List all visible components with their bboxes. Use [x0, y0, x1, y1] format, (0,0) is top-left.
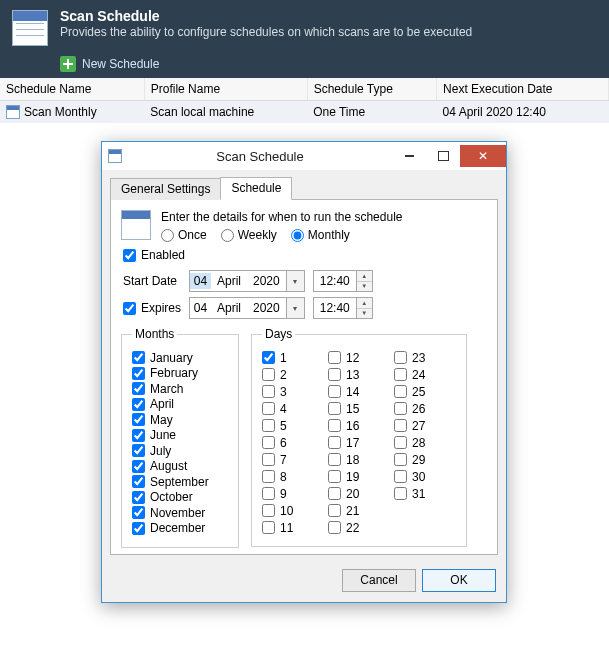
day-checkbox[interactable] — [394, 368, 407, 381]
day-checkbox[interactable] — [328, 487, 341, 500]
expires-checkbox[interactable] — [123, 302, 136, 315]
day-1[interactable]: 1 — [262, 349, 324, 366]
day-checkbox[interactable] — [262, 368, 275, 381]
day-8[interactable]: 8 — [262, 468, 324, 485]
day-2[interactable]: 2 — [262, 366, 324, 383]
day-25[interactable]: 25 — [394, 383, 456, 400]
day-checkbox[interactable] — [262, 419, 275, 432]
day-checkbox[interactable] — [394, 402, 407, 415]
day-7[interactable]: 7 — [262, 451, 324, 468]
day-16[interactable]: 16 — [328, 417, 390, 434]
month-checkbox[interactable] — [132, 351, 145, 364]
chevron-down-icon[interactable]: ▾ — [286, 271, 304, 291]
day-21[interactable]: 21 — [328, 502, 390, 519]
day-checkbox[interactable] — [394, 436, 407, 449]
month-november[interactable]: November — [132, 506, 228, 520]
day-checkbox[interactable] — [328, 385, 341, 398]
day-19[interactable]: 19 — [328, 468, 390, 485]
day-29[interactable]: 29 — [394, 451, 456, 468]
day-checkbox[interactable] — [328, 368, 341, 381]
day-checkbox[interactable] — [394, 385, 407, 398]
day-5[interactable]: 5 — [262, 417, 324, 434]
day-12[interactable]: 12 — [328, 349, 390, 366]
month-june[interactable]: June — [132, 428, 228, 442]
month-march[interactable]: March — [132, 382, 228, 396]
day-checkbox[interactable] — [394, 351, 407, 364]
day-checkbox[interactable] — [262, 487, 275, 500]
col-profile-name[interactable]: Profile Name — [144, 78, 307, 101]
day-checkbox[interactable] — [394, 453, 407, 466]
month-checkbox[interactable] — [132, 506, 145, 519]
day-checkbox[interactable] — [394, 487, 407, 500]
start-date-picker[interactable]: 04 April 2020 ▾ — [189, 270, 305, 292]
col-schedule-name[interactable]: Schedule Name — [0, 78, 144, 101]
col-schedule-type[interactable]: Schedule Type — [307, 78, 436, 101]
day-checkbox[interactable] — [328, 402, 341, 415]
month-april[interactable]: April — [132, 397, 228, 411]
month-checkbox[interactable] — [132, 444, 145, 457]
day-checkbox[interactable] — [262, 504, 275, 517]
month-checkbox[interactable] — [132, 398, 145, 411]
table-row[interactable]: Scan Monthly Scan local machine One Time… — [0, 101, 609, 124]
day-checkbox[interactable] — [328, 351, 341, 364]
month-october[interactable]: October — [132, 490, 228, 504]
month-checkbox[interactable] — [132, 491, 145, 504]
spinner-icon[interactable]: ▲▼ — [356, 271, 372, 291]
day-4[interactable]: 4 — [262, 400, 324, 417]
month-checkbox[interactable] — [132, 382, 145, 395]
day-20[interactable]: 20 — [328, 485, 390, 502]
month-may[interactable]: May — [132, 413, 228, 427]
month-checkbox[interactable] — [132, 460, 145, 473]
spinner-icon[interactable]: ▲▼ — [356, 298, 372, 318]
day-checkbox[interactable] — [262, 453, 275, 466]
close-button[interactable] — [460, 145, 506, 167]
day-checkbox[interactable] — [328, 419, 341, 432]
day-checkbox[interactable] — [328, 436, 341, 449]
day-checkbox[interactable] — [328, 504, 341, 517]
radio-monthly[interactable]: Monthly — [291, 228, 350, 242]
day-27[interactable]: 27 — [394, 417, 456, 434]
month-july[interactable]: July — [132, 444, 228, 458]
day-checkbox[interactable] — [262, 470, 275, 483]
month-september[interactable]: September — [132, 475, 228, 489]
expires-time-picker[interactable]: 12:40 ▲▼ — [313, 297, 373, 319]
minimize-button[interactable] — [392, 145, 426, 167]
day-14[interactable]: 14 — [328, 383, 390, 400]
day-22[interactable]: 22 — [328, 519, 390, 536]
month-checkbox[interactable] — [132, 522, 145, 535]
month-checkbox[interactable] — [132, 413, 145, 426]
day-checkbox[interactable] — [394, 419, 407, 432]
maximize-button[interactable] — [426, 145, 460, 167]
ok-button[interactable]: OK — [422, 569, 496, 592]
day-15[interactable]: 15 — [328, 400, 390, 417]
day-checkbox[interactable] — [328, 470, 341, 483]
start-time-picker[interactable]: 12:40 ▲▼ — [313, 270, 373, 292]
day-28[interactable]: 28 — [394, 434, 456, 451]
day-3[interactable]: 3 — [262, 383, 324, 400]
col-next-exec[interactable]: Next Execution Date — [437, 78, 609, 101]
month-january[interactable]: January — [132, 351, 228, 365]
month-february[interactable]: February — [132, 366, 228, 380]
titlebar[interactable]: Scan Schedule — [102, 142, 506, 170]
day-26[interactable]: 26 — [394, 400, 456, 417]
day-checkbox[interactable] — [262, 351, 275, 364]
radio-once[interactable]: Once — [161, 228, 207, 242]
day-checkbox[interactable] — [262, 385, 275, 398]
day-10[interactable]: 10 — [262, 502, 324, 519]
day-24[interactable]: 24 — [394, 366, 456, 383]
expires-date-picker[interactable]: 04 April 2020 ▾ — [189, 297, 305, 319]
month-checkbox[interactable] — [132, 475, 145, 488]
day-30[interactable]: 30 — [394, 468, 456, 485]
day-17[interactable]: 17 — [328, 434, 390, 451]
day-checkbox[interactable] — [394, 470, 407, 483]
enabled-checkbox[interactable] — [123, 249, 136, 262]
new-schedule-link[interactable]: New Schedule — [82, 57, 159, 71]
day-31[interactable]: 31 — [394, 485, 456, 502]
day-checkbox[interactable] — [328, 521, 341, 534]
day-6[interactable]: 6 — [262, 434, 324, 451]
month-checkbox[interactable] — [132, 429, 145, 442]
day-checkbox[interactable] — [262, 436, 275, 449]
chevron-down-icon[interactable]: ▾ — [286, 298, 304, 318]
day-checkbox[interactable] — [262, 521, 275, 534]
day-9[interactable]: 9 — [262, 485, 324, 502]
